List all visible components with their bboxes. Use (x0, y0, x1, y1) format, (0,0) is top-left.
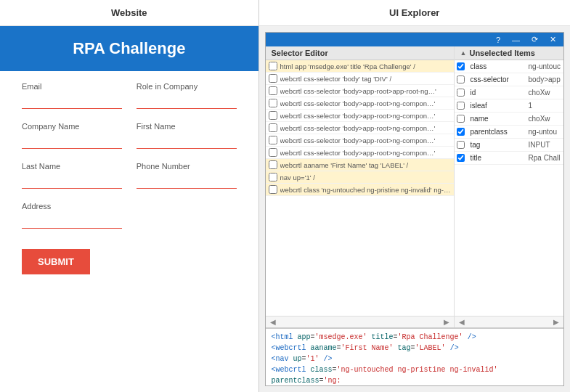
submit-button[interactable]: SUBMIT (22, 249, 90, 274)
code-token: tag (394, 344, 411, 352)
code-token: class (306, 366, 333, 374)
code-token: up (289, 355, 302, 363)
tree-item-checkbox[interactable] (269, 111, 277, 120)
prop-checkbox[interactable] (457, 154, 465, 162)
role-label: Role in Company (137, 82, 237, 91)
prop-value: ng-untouc (526, 60, 563, 73)
prop-name: id (468, 86, 526, 99)
window-restore-button[interactable]: ⟳ (529, 34, 541, 45)
tree-item[interactable]: nav up='1' / (266, 171, 454, 184)
explorer-panel-title: UI Explorer (259, 0, 570, 26)
lastname-input[interactable] (22, 173, 122, 189)
selector-editor-tab[interactable]: Selector Editor (266, 46, 454, 60)
prop-row[interactable]: css-selectorbody>app (455, 73, 563, 86)
window-help-button[interactable]: ? (493, 35, 503, 45)
tree-item-checkbox[interactable] (269, 173, 277, 181)
tree-item-text: webcrtl css-selector 'body>app-root>app-… (280, 87, 436, 95)
form-row-1: Email Role in Company (22, 82, 237, 109)
scroll-left-icon[interactable]: ◀ (270, 318, 276, 326)
prop-value: 1 (526, 99, 563, 112)
window-close-button[interactable]: ✕ (547, 34, 559, 45)
props-scrollbar[interactable]: ◀ ▶ (455, 316, 563, 327)
prop-checkbox[interactable] (457, 115, 465, 123)
tree-item[interactable]: webcrtl css-selector 'body>app-root>ng-c… (266, 110, 454, 122)
prop-value: body>app (526, 73, 563, 86)
tree-item-text: webcrtl css-selector 'body>app-root>ng-c… (280, 136, 436, 144)
tree-item[interactable]: webcrtl css-selector 'body>app-root>ng-c… (266, 147, 454, 159)
tree-item[interactable]: html app 'msedge.exe' title 'Rpa Challen… (266, 60, 454, 73)
prop-checkbox[interactable] (457, 89, 465, 97)
form-row-4: Address (22, 202, 237, 229)
code-token: 'msedge.exe' (315, 333, 367, 341)
prop-row[interactable]: namechoXw (455, 113, 563, 126)
tree-item[interactable]: webcrtl css-selector 'body>app-root>ng-c… (266, 122, 454, 134)
tree-item-checkbox[interactable] (269, 136, 277, 144)
tree-item-checkbox[interactable] (269, 99, 277, 107)
tree-item[interactable]: webcrtl aaname 'First Name' tag 'LABEL' … (266, 159, 454, 171)
prop-checkbox[interactable] (457, 141, 465, 149)
tree-item-checkbox[interactable] (269, 185, 277, 194)
tree-item-checkbox[interactable] (269, 74, 277, 83)
tree-item-text: nav up='1' / (280, 173, 315, 181)
lastname-field: Last Name (22, 162, 122, 189)
scroll-right-icon[interactable]: ▶ (444, 318, 449, 326)
tree-item-text: webcrtl css-selector 'body>app-root>ng-c… (280, 124, 436, 132)
email-field: Email (22, 82, 122, 109)
prop-checkbox[interactable] (457, 62, 465, 70)
code-line: <webcrtl class='ng-untouched ng-pristine… (272, 364, 558, 385)
tree-item[interactable]: webcrtl class 'ng-untouched ng-pristine … (266, 184, 454, 196)
code-token: /> (446, 344, 459, 352)
company-label: Company Name (22, 122, 122, 131)
prop-row[interactable]: classng-untouc (455, 60, 563, 73)
prop-checkbox-cell (455, 74, 468, 85)
prop-row[interactable]: idchoXw (455, 86, 563, 99)
form-row-2: Company Name First Name (22, 122, 237, 149)
prop-row[interactable]: titleRpa Chall (455, 152, 563, 165)
code-token: parentclass (272, 377, 319, 385)
code-token: <webcrtl (272, 344, 306, 352)
explorer-panel: UI Explorer ? — ⟳ ✕ Selector Editor html… (259, 0, 570, 392)
role-input[interactable] (137, 94, 237, 109)
window-minimize-button[interactable]: — (509, 35, 523, 45)
prop-row[interactable]: parentclassng-untou (455, 126, 563, 139)
lastname-label: Last Name (22, 162, 122, 171)
prop-checkbox[interactable] (457, 75, 465, 83)
company-input[interactable] (22, 134, 122, 149)
code-token: /> (463, 333, 476, 341)
prop-row[interactable]: isleaf1 (455, 99, 563, 113)
email-input[interactable] (22, 94, 122, 109)
prop-value: INPUT (526, 139, 563, 151)
tree-item-checkbox[interactable] (269, 86, 277, 95)
phone-label: Phone Number (137, 162, 237, 171)
firstname-input[interactable] (137, 134, 237, 149)
props-scroll-right-icon[interactable]: ▶ (553, 318, 559, 326)
tree-item[interactable]: webcrtl css-selector 'body>app-root>app-… (266, 85, 454, 97)
ui-explorer-window: ? — ⟳ ✕ Selector Editor html app 'msedge… (265, 32, 564, 386)
prop-checkbox[interactable] (457, 128, 465, 136)
prop-checkbox[interactable] (457, 102, 465, 110)
company-field: Company Name (22, 122, 122, 149)
prop-name: isleaf (468, 99, 526, 112)
tree-item-text: webcrtl css-selector 'body>app-root>ng-c… (280, 99, 436, 107)
tree-item-checkbox[interactable] (269, 123, 277, 132)
tree-item[interactable]: webcrtl css-selector 'body>app-root>ng-c… (266, 97, 454, 110)
prop-row[interactable]: tagINPUT (455, 139, 563, 152)
tree-item-checkbox[interactable] (269, 160, 277, 169)
tree-scrollbar[interactable]: ◀ ▶ (266, 316, 454, 327)
tree-item-checkbox[interactable] (269, 148, 277, 157)
prop-value: choXw (526, 86, 563, 99)
props-scroll-left-icon[interactable]: ◀ (459, 318, 465, 326)
website-panel: Website RPA Challenge Email Role in Comp… (0, 0, 259, 392)
tree-item-text: webcrtl css-selector 'body>app-root>ng-c… (280, 112, 436, 120)
tree-item-text: webcrtl aaname 'First Name' tag 'LABEL' … (280, 161, 409, 169)
address-input[interactable] (22, 213, 122, 229)
prop-name: parentclass (468, 126, 526, 138)
code-token: app (293, 333, 311, 341)
tree-item[interactable]: webcrtl css-selector 'body>app-root>ng-c… (266, 134, 454, 147)
prop-checkbox-cell (455, 100, 468, 111)
tree-item[interactable]: webcrtl css-selector 'body' tag 'DIV' / (266, 73, 454, 85)
code-token: 'LABEL' (415, 344, 446, 352)
prop-checkbox-cell (455, 61, 468, 72)
tree-item-checkbox[interactable] (269, 62, 277, 70)
phone-input[interactable] (137, 173, 237, 189)
